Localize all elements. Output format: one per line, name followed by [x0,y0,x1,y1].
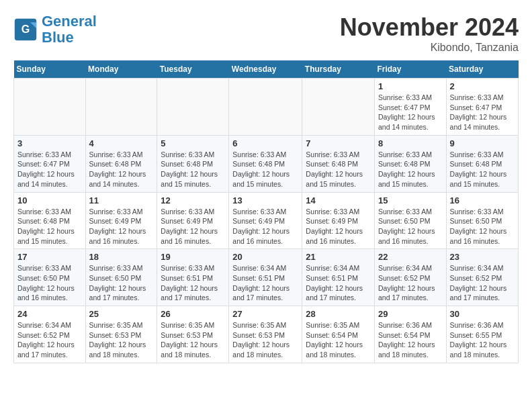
day-number: 25 [89,309,154,319]
title-block: November 2024 Kibondo, Tanzania [340,13,519,54]
calendar-day-cell: 28Sunrise: 6:35 AM Sunset: 6:54 PM Dayli… [302,306,375,363]
location: Kibondo, Tanzania [340,42,519,54]
svg-text:G: G [21,24,30,36]
day-number: 24 [17,309,82,319]
day-number: 13 [232,195,298,205]
day-number: 27 [232,309,298,319]
day-info: Sunrise: 6:33 AM Sunset: 6:50 PM Dayligh… [378,207,443,246]
calendar-day-cell: 10Sunrise: 6:33 AM Sunset: 6:48 PM Dayli… [14,192,86,249]
day-info: Sunrise: 6:35 AM Sunset: 6:53 PM Dayligh… [232,320,298,360]
day-info: Sunrise: 6:33 AM Sunset: 6:48 PM Dayligh… [306,150,371,189]
day-info: Sunrise: 6:34 AM Sunset: 6:51 PM Dayligh… [232,263,298,303]
day-number: 6 [232,138,298,148]
day-info: Sunrise: 6:33 AM Sunset: 6:49 PM Dayligh… [89,207,154,246]
calendar-day-cell: 18Sunrise: 6:33 AM Sunset: 6:50 PM Dayli… [85,249,157,306]
logo: G General Blue [13,13,97,46]
calendar-day-cell: 8Sunrise: 6:33 AM Sunset: 6:48 PM Daylig… [374,135,446,192]
day-number: 17 [17,252,82,262]
calendar-day-cell [14,79,86,136]
calendar-day-cell: 15Sunrise: 6:33 AM Sunset: 6:50 PM Dayli… [374,192,446,249]
calendar-day-cell: 27Sunrise: 6:35 AM Sunset: 6:53 PM Dayli… [229,306,302,363]
logo-icon: G [13,17,38,42]
calendar-day-cell: 3Sunrise: 6:33 AM Sunset: 6:47 PM Daylig… [14,135,86,192]
day-number: 4 [89,138,154,148]
calendar-day-cell: 22Sunrise: 6:34 AM Sunset: 6:52 PM Dayli… [374,249,446,306]
logo-text2: Blue [42,30,97,46]
day-info: Sunrise: 6:33 AM Sunset: 6:49 PM Dayligh… [161,207,225,246]
day-info: Sunrise: 6:33 AM Sunset: 6:47 PM Dayligh… [378,93,443,132]
day-of-week-header: Wednesday [229,60,302,79]
day-info: Sunrise: 6:33 AM Sunset: 6:47 PM Dayligh… [450,93,515,132]
day-number: 2 [450,81,515,91]
day-info: Sunrise: 6:34 AM Sunset: 6:52 PM Dayligh… [450,263,515,303]
calendar-day-cell: 24Sunrise: 6:34 AM Sunset: 6:52 PM Dayli… [14,306,86,363]
day-info: Sunrise: 6:33 AM Sunset: 6:48 PM Dayligh… [450,150,515,189]
day-info: Sunrise: 6:33 AM Sunset: 6:50 PM Dayligh… [89,263,154,303]
day-info: Sunrise: 6:34 AM Sunset: 6:51 PM Dayligh… [306,263,371,303]
calendar-week-row: 3Sunrise: 6:33 AM Sunset: 6:47 PM Daylig… [14,135,519,192]
day-info: Sunrise: 6:33 AM Sunset: 6:48 PM Dayligh… [161,150,225,189]
calendar-table: SundayMondayTuesdayWednesdayThursdayFrid… [13,60,519,363]
day-of-week-header: Friday [374,60,446,79]
day-number: 22 [378,252,443,262]
day-number: 5 [161,138,225,148]
calendar-day-cell: 30Sunrise: 6:36 AM Sunset: 6:55 PM Dayli… [446,306,518,363]
day-info: Sunrise: 6:33 AM Sunset: 6:47 PM Dayligh… [17,150,82,189]
calendar-day-cell: 21Sunrise: 6:34 AM Sunset: 6:51 PM Dayli… [302,249,375,306]
day-of-week-header: Thursday [302,60,375,79]
calendar-day-cell: 26Sunrise: 6:35 AM Sunset: 6:53 PM Dayli… [157,306,229,363]
day-number: 15 [378,195,443,205]
day-number: 18 [89,252,154,262]
calendar-day-cell: 7Sunrise: 6:33 AM Sunset: 6:48 PM Daylig… [302,135,375,192]
day-of-week-header: Tuesday [157,60,229,79]
calendar-day-cell: 23Sunrise: 6:34 AM Sunset: 6:52 PM Dayli… [446,249,518,306]
calendar-day-cell: 4Sunrise: 6:33 AM Sunset: 6:48 PM Daylig… [85,135,157,192]
day-number: 12 [161,195,225,205]
calendar-week-row: 17Sunrise: 6:33 AM Sunset: 6:50 PM Dayli… [14,249,519,306]
calendar-week-row: 24Sunrise: 6:34 AM Sunset: 6:52 PM Dayli… [14,306,519,363]
day-info: Sunrise: 6:33 AM Sunset: 6:50 PM Dayligh… [450,207,515,246]
logo-text: General [42,13,97,30]
calendar-day-cell: 16Sunrise: 6:33 AM Sunset: 6:50 PM Dayli… [446,192,518,249]
calendar-day-cell: 11Sunrise: 6:33 AM Sunset: 6:49 PM Dayli… [85,192,157,249]
day-info: Sunrise: 6:33 AM Sunset: 6:48 PM Dayligh… [378,150,443,189]
day-number: 19 [161,252,225,262]
day-number: 7 [306,138,371,148]
calendar-day-cell: 6Sunrise: 6:33 AM Sunset: 6:48 PM Daylig… [229,135,302,192]
calendar-day-cell: 29Sunrise: 6:36 AM Sunset: 6:54 PM Dayli… [374,306,446,363]
day-number: 8 [378,138,443,148]
day-info: Sunrise: 6:33 AM Sunset: 6:48 PM Dayligh… [232,150,298,189]
calendar-week-row: 10Sunrise: 6:33 AM Sunset: 6:48 PM Dayli… [14,192,519,249]
calendar-day-cell: 9Sunrise: 6:33 AM Sunset: 6:48 PM Daylig… [446,135,518,192]
day-info: Sunrise: 6:34 AM Sunset: 6:52 PM Dayligh… [378,263,443,303]
day-info: Sunrise: 6:33 AM Sunset: 6:48 PM Dayligh… [89,150,154,189]
day-number: 9 [450,138,515,148]
day-number: 10 [17,195,82,205]
calendar-day-cell: 12Sunrise: 6:33 AM Sunset: 6:49 PM Dayli… [157,192,229,249]
day-number: 23 [450,252,515,262]
day-info: Sunrise: 6:33 AM Sunset: 6:50 PM Dayligh… [17,263,82,303]
calendar-day-cell: 5Sunrise: 6:33 AM Sunset: 6:48 PM Daylig… [157,135,229,192]
calendar-day-cell: 20Sunrise: 6:34 AM Sunset: 6:51 PM Dayli… [229,249,302,306]
calendar-day-cell [229,79,302,136]
day-of-week-header: Monday [85,60,157,79]
calendar-day-cell: 25Sunrise: 6:35 AM Sunset: 6:53 PM Dayli… [85,306,157,363]
calendar-day-cell: 2Sunrise: 6:33 AM Sunset: 6:47 PM Daylig… [446,79,518,136]
day-of-week-header: Sunday [14,60,86,79]
page-header: G General Blue November 2024 Kibondo, Ta… [13,13,519,54]
calendar-day-cell [302,79,375,136]
day-number: 30 [450,309,515,319]
day-info: Sunrise: 6:35 AM Sunset: 6:53 PM Dayligh… [161,320,225,360]
day-info: Sunrise: 6:35 AM Sunset: 6:54 PM Dayligh… [306,320,371,360]
day-number: 28 [306,309,371,319]
day-number: 1 [378,81,443,91]
day-info: Sunrise: 6:33 AM Sunset: 6:51 PM Dayligh… [161,263,225,303]
day-info: Sunrise: 6:33 AM Sunset: 6:49 PM Dayligh… [306,207,371,246]
calendar-header-row: SundayMondayTuesdayWednesdayThursdayFrid… [14,60,519,79]
day-number: 3 [17,138,82,148]
day-number: 26 [161,309,225,319]
calendar-week-row: 1Sunrise: 6:33 AM Sunset: 6:47 PM Daylig… [14,79,519,136]
day-number: 11 [89,195,154,205]
day-number: 29 [378,309,443,319]
calendar-day-cell: 19Sunrise: 6:33 AM Sunset: 6:51 PM Dayli… [157,249,229,306]
